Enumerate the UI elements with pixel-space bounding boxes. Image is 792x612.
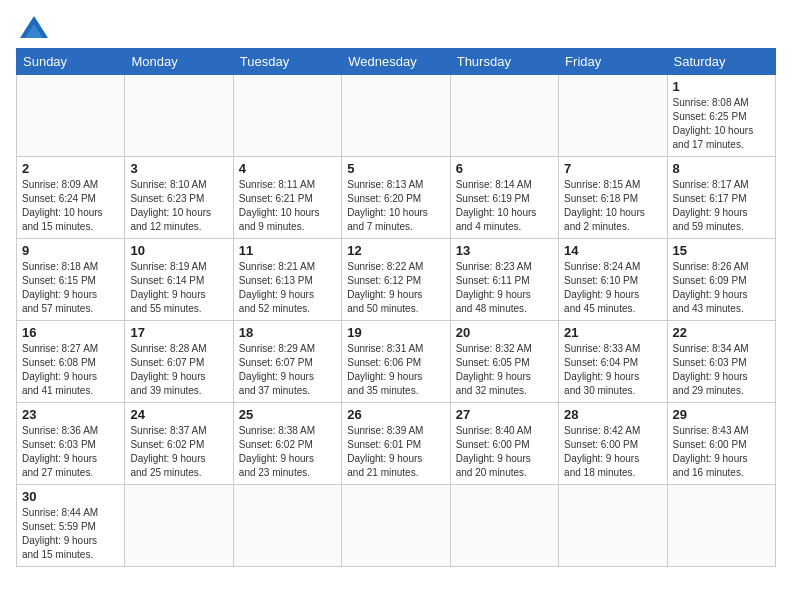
calendar-cell: 21Sunrise: 8:33 AM Sunset: 6:04 PM Dayli… bbox=[559, 321, 667, 403]
day-info: Sunrise: 8:36 AM Sunset: 6:03 PM Dayligh… bbox=[22, 424, 119, 480]
day-info: Sunrise: 8:26 AM Sunset: 6:09 PM Dayligh… bbox=[673, 260, 770, 316]
day-info: Sunrise: 8:21 AM Sunset: 6:13 PM Dayligh… bbox=[239, 260, 336, 316]
calendar-cell: 30Sunrise: 8:44 AM Sunset: 5:59 PM Dayli… bbox=[17, 485, 125, 567]
day-info: Sunrise: 8:29 AM Sunset: 6:07 PM Dayligh… bbox=[239, 342, 336, 398]
calendar-cell bbox=[17, 75, 125, 157]
calendar-cell: 18Sunrise: 8:29 AM Sunset: 6:07 PM Dayli… bbox=[233, 321, 341, 403]
calendar-cell bbox=[233, 485, 341, 567]
calendar-cell: 11Sunrise: 8:21 AM Sunset: 6:13 PM Dayli… bbox=[233, 239, 341, 321]
day-info: Sunrise: 8:11 AM Sunset: 6:21 PM Dayligh… bbox=[239, 178, 336, 234]
calendar-cell: 8Sunrise: 8:17 AM Sunset: 6:17 PM Daylig… bbox=[667, 157, 775, 239]
column-header-tuesday: Tuesday bbox=[233, 49, 341, 75]
calendar-week-2: 2Sunrise: 8:09 AM Sunset: 6:24 PM Daylig… bbox=[17, 157, 776, 239]
calendar-cell bbox=[125, 75, 233, 157]
day-number: 1 bbox=[673, 79, 770, 94]
calendar-cell bbox=[559, 75, 667, 157]
calendar-cell: 17Sunrise: 8:28 AM Sunset: 6:07 PM Dayli… bbox=[125, 321, 233, 403]
day-info: Sunrise: 8:43 AM Sunset: 6:00 PM Dayligh… bbox=[673, 424, 770, 480]
day-info: Sunrise: 8:17 AM Sunset: 6:17 PM Dayligh… bbox=[673, 178, 770, 234]
calendar-cell: 27Sunrise: 8:40 AM Sunset: 6:00 PM Dayli… bbox=[450, 403, 558, 485]
day-info: Sunrise: 8:18 AM Sunset: 6:15 PM Dayligh… bbox=[22, 260, 119, 316]
day-number: 26 bbox=[347, 407, 444, 422]
column-header-saturday: Saturday bbox=[667, 49, 775, 75]
calendar-cell: 25Sunrise: 8:38 AM Sunset: 6:02 PM Dayli… bbox=[233, 403, 341, 485]
calendar-week-4: 16Sunrise: 8:27 AM Sunset: 6:08 PM Dayli… bbox=[17, 321, 776, 403]
calendar-week-1: 1Sunrise: 8:08 AM Sunset: 6:25 PM Daylig… bbox=[17, 75, 776, 157]
day-info: Sunrise: 8:40 AM Sunset: 6:00 PM Dayligh… bbox=[456, 424, 553, 480]
calendar-cell: 29Sunrise: 8:43 AM Sunset: 6:00 PM Dayli… bbox=[667, 403, 775, 485]
calendar-cell bbox=[450, 75, 558, 157]
calendar-cell: 26Sunrise: 8:39 AM Sunset: 6:01 PM Dayli… bbox=[342, 403, 450, 485]
day-info: Sunrise: 8:32 AM Sunset: 6:05 PM Dayligh… bbox=[456, 342, 553, 398]
day-number: 19 bbox=[347, 325, 444, 340]
day-number: 9 bbox=[22, 243, 119, 258]
day-number: 7 bbox=[564, 161, 661, 176]
calendar-cell bbox=[450, 485, 558, 567]
day-number: 29 bbox=[673, 407, 770, 422]
day-number: 16 bbox=[22, 325, 119, 340]
calendar-cell: 9Sunrise: 8:18 AM Sunset: 6:15 PM Daylig… bbox=[17, 239, 125, 321]
day-info: Sunrise: 8:31 AM Sunset: 6:06 PM Dayligh… bbox=[347, 342, 444, 398]
day-number: 28 bbox=[564, 407, 661, 422]
calendar-cell: 2Sunrise: 8:09 AM Sunset: 6:24 PM Daylig… bbox=[17, 157, 125, 239]
day-number: 11 bbox=[239, 243, 336, 258]
day-info: Sunrise: 8:14 AM Sunset: 6:19 PM Dayligh… bbox=[456, 178, 553, 234]
column-header-thursday: Thursday bbox=[450, 49, 558, 75]
day-number: 6 bbox=[456, 161, 553, 176]
calendar-header-row: SundayMondayTuesdayWednesdayThursdayFrid… bbox=[17, 49, 776, 75]
logo-icon bbox=[20, 16, 48, 38]
day-number: 25 bbox=[239, 407, 336, 422]
calendar-cell bbox=[233, 75, 341, 157]
column-header-wednesday: Wednesday bbox=[342, 49, 450, 75]
calendar-cell: 13Sunrise: 8:23 AM Sunset: 6:11 PM Dayli… bbox=[450, 239, 558, 321]
day-info: Sunrise: 8:33 AM Sunset: 6:04 PM Dayligh… bbox=[564, 342, 661, 398]
day-info: Sunrise: 8:28 AM Sunset: 6:07 PM Dayligh… bbox=[130, 342, 227, 398]
calendar-cell: 7Sunrise: 8:15 AM Sunset: 6:18 PM Daylig… bbox=[559, 157, 667, 239]
day-number: 13 bbox=[456, 243, 553, 258]
day-number: 17 bbox=[130, 325, 227, 340]
calendar-week-3: 9Sunrise: 8:18 AM Sunset: 6:15 PM Daylig… bbox=[17, 239, 776, 321]
calendar-cell bbox=[342, 485, 450, 567]
calendar-cell: 5Sunrise: 8:13 AM Sunset: 6:20 PM Daylig… bbox=[342, 157, 450, 239]
calendar: SundayMondayTuesdayWednesdayThursdayFrid… bbox=[16, 48, 776, 567]
day-number: 5 bbox=[347, 161, 444, 176]
calendar-cell bbox=[125, 485, 233, 567]
page-header bbox=[16, 16, 776, 38]
day-number: 18 bbox=[239, 325, 336, 340]
column-header-sunday: Sunday bbox=[17, 49, 125, 75]
calendar-cell: 23Sunrise: 8:36 AM Sunset: 6:03 PM Dayli… bbox=[17, 403, 125, 485]
day-number: 12 bbox=[347, 243, 444, 258]
column-header-friday: Friday bbox=[559, 49, 667, 75]
calendar-cell: 6Sunrise: 8:14 AM Sunset: 6:19 PM Daylig… bbox=[450, 157, 558, 239]
calendar-cell: 14Sunrise: 8:24 AM Sunset: 6:10 PM Dayli… bbox=[559, 239, 667, 321]
calendar-cell: 15Sunrise: 8:26 AM Sunset: 6:09 PM Dayli… bbox=[667, 239, 775, 321]
day-number: 10 bbox=[130, 243, 227, 258]
calendar-cell bbox=[667, 485, 775, 567]
calendar-cell: 20Sunrise: 8:32 AM Sunset: 6:05 PM Dayli… bbox=[450, 321, 558, 403]
calendar-cell: 12Sunrise: 8:22 AM Sunset: 6:12 PM Dayli… bbox=[342, 239, 450, 321]
day-number: 8 bbox=[673, 161, 770, 176]
day-info: Sunrise: 8:10 AM Sunset: 6:23 PM Dayligh… bbox=[130, 178, 227, 234]
calendar-cell bbox=[559, 485, 667, 567]
calendar-cell: 10Sunrise: 8:19 AM Sunset: 6:14 PM Dayli… bbox=[125, 239, 233, 321]
day-info: Sunrise: 8:44 AM Sunset: 5:59 PM Dayligh… bbox=[22, 506, 119, 562]
column-header-monday: Monday bbox=[125, 49, 233, 75]
day-number: 24 bbox=[130, 407, 227, 422]
day-info: Sunrise: 8:13 AM Sunset: 6:20 PM Dayligh… bbox=[347, 178, 444, 234]
day-number: 30 bbox=[22, 489, 119, 504]
calendar-cell: 1Sunrise: 8:08 AM Sunset: 6:25 PM Daylig… bbox=[667, 75, 775, 157]
day-number: 3 bbox=[130, 161, 227, 176]
day-number: 23 bbox=[22, 407, 119, 422]
calendar-week-5: 23Sunrise: 8:36 AM Sunset: 6:03 PM Dayli… bbox=[17, 403, 776, 485]
day-info: Sunrise: 8:22 AM Sunset: 6:12 PM Dayligh… bbox=[347, 260, 444, 316]
day-info: Sunrise: 8:09 AM Sunset: 6:24 PM Dayligh… bbox=[22, 178, 119, 234]
day-number: 4 bbox=[239, 161, 336, 176]
calendar-week-6: 30Sunrise: 8:44 AM Sunset: 5:59 PM Dayli… bbox=[17, 485, 776, 567]
day-info: Sunrise: 8:23 AM Sunset: 6:11 PM Dayligh… bbox=[456, 260, 553, 316]
day-info: Sunrise: 8:42 AM Sunset: 6:00 PM Dayligh… bbox=[564, 424, 661, 480]
calendar-cell: 3Sunrise: 8:10 AM Sunset: 6:23 PM Daylig… bbox=[125, 157, 233, 239]
day-info: Sunrise: 8:38 AM Sunset: 6:02 PM Dayligh… bbox=[239, 424, 336, 480]
day-info: Sunrise: 8:08 AM Sunset: 6:25 PM Dayligh… bbox=[673, 96, 770, 152]
calendar-cell: 16Sunrise: 8:27 AM Sunset: 6:08 PM Dayli… bbox=[17, 321, 125, 403]
day-info: Sunrise: 8:24 AM Sunset: 6:10 PM Dayligh… bbox=[564, 260, 661, 316]
